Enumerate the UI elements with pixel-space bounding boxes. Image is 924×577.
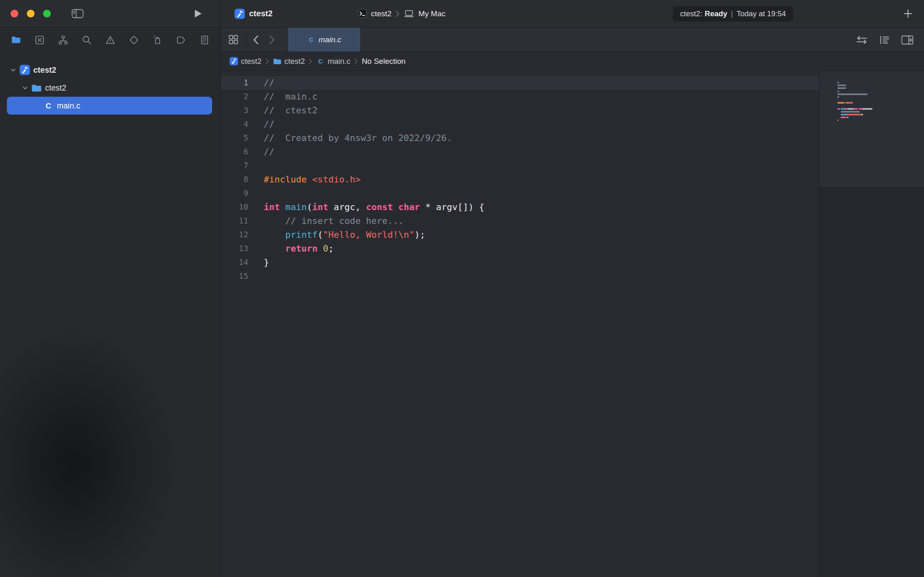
disclosure-chevron-icon[interactable] — [10, 67, 16, 73]
token-comment: // insert code here... — [285, 216, 403, 226]
go-forward-button[interactable] — [269, 35, 275, 45]
token-plain — [264, 230, 285, 240]
token-comment: // — [264, 78, 275, 88]
navtab-debug-navigator[interactable] — [150, 32, 164, 48]
line-number[interactable]: 10 — [221, 200, 258, 214]
code-line[interactable]: 8#include <stdio.h> — [221, 173, 819, 187]
line-number[interactable]: 7 — [221, 159, 258, 173]
code-line[interactable]: 11 // insert code here... — [221, 214, 819, 228]
minimap-lines — [837, 82, 872, 126]
zoom-window-button[interactable] — [43, 10, 51, 17]
minimap-segment — [837, 93, 868, 95]
code-line[interactable]: 12 printf("Hello, World!\n"); — [221, 228, 819, 242]
project-tree: ctest2ctest2Cmain.c — [0, 61, 220, 115]
library-add-button[interactable] — [903, 9, 913, 18]
code-line[interactable]: 3// ctest2 — [221, 104, 819, 117]
line-number[interactable]: 13 — [221, 242, 258, 256]
token-keyword: char — [398, 202, 420, 212]
token-function: main — [285, 202, 307, 212]
code-line[interactable]: 4// — [221, 117, 819, 131]
tree-row-main.c[interactable]: Cmain.c — [7, 97, 212, 115]
status-time: Today at 19:54 — [737, 9, 786, 18]
code-line[interactable]: 14} — [221, 256, 819, 269]
minimap-segment — [837, 96, 839, 98]
breadcrumb-item[interactable]: ctest2 — [273, 57, 305, 66]
minimap-segment — [837, 111, 841, 113]
code-line[interactable]: 13 return 0; — [221, 242, 819, 256]
line-number[interactable]: 2 — [221, 90, 258, 104]
editor-options-button[interactable] — [879, 35, 890, 45]
minimap-line — [837, 102, 872, 104]
navtab-find-navigator[interactable] — [80, 32, 93, 48]
line-number[interactable]: 14 — [221, 256, 258, 269]
line-number[interactable]: 9 — [221, 187, 258, 200]
go-back-button[interactable] — [253, 35, 259, 45]
navtab-report-navigator[interactable] — [197, 32, 211, 48]
navtab-issue-navigator[interactable] — [103, 32, 117, 48]
code-text: // insert code here... — [258, 214, 403, 228]
line-number[interactable]: 4 — [221, 117, 258, 131]
sidebar-shadow — [0, 325, 179, 577]
sidebar-editor-divider[interactable] — [220, 0, 221, 577]
line-number[interactable]: 1 — [221, 76, 258, 90]
code-review-button[interactable] — [856, 35, 868, 45]
navtab-symbol-navigator[interactable] — [56, 32, 70, 48]
token-comment: // — [264, 119, 275, 129]
line-number[interactable]: 11 — [221, 214, 258, 228]
tab-main-c[interactable]: C main.c — [288, 28, 361, 52]
navtab-source-control-navigator[interactable] — [33, 32, 46, 48]
tree-row-ctest2[interactable]: ctest2 — [7, 79, 212, 97]
toggle-navigator-icon[interactable] — [72, 9, 84, 18]
code-line[interactable]: 10int main(int argc, const char * argv[]… — [221, 200, 819, 214]
code-line[interactable]: 6// — [221, 145, 819, 159]
line-number[interactable]: 6 — [221, 145, 258, 159]
token-plain: ; — [328, 243, 334, 254]
token-plain: ( — [317, 230, 323, 240]
minimap-segment — [859, 108, 862, 110]
xcode-project-icon — [20, 65, 30, 75]
disclosure-chevron-icon[interactable] — [22, 85, 28, 91]
code-editor[interactable]: 1//2// main.c3// ctest24//5// Created by… — [221, 71, 819, 577]
navtab-project-navigator[interactable] — [9, 32, 23, 48]
scheme-destination[interactable]: My Mac — [419, 9, 446, 18]
code-lines: 1//2// main.c3// ctest24//5// Created by… — [221, 76, 819, 283]
close-window-button[interactable] — [11, 10, 18, 17]
line-number[interactable]: 5 — [221, 131, 258, 145]
line-number[interactable]: 3 — [221, 104, 258, 117]
minimap-line — [837, 87, 872, 89]
code-line[interactable]: 2// main.c — [221, 90, 819, 104]
minimap-line — [837, 114, 872, 115]
minimap[interactable] — [819, 71, 924, 577]
token-plain — [307, 174, 312, 184]
scheme-selector[interactable]: ctest2 My Mac — [358, 0, 445, 27]
minimap-segment — [854, 108, 858, 110]
token-plain: * argv[]) { — [420, 202, 484, 212]
terminal-icon — [358, 9, 367, 18]
navtab-test-navigator[interactable] — [127, 32, 141, 48]
scheme-name[interactable]: ctest2 — [371, 9, 392, 18]
breadcrumb-item[interactable]: No Selection — [362, 57, 406, 66]
code-line[interactable]: 7 — [221, 159, 819, 173]
code-line[interactable]: 5// Created by 4nsw3r on 2022/9/26. — [221, 131, 819, 145]
line-number[interactable]: 8 — [221, 173, 258, 187]
minimize-window-button[interactable] — [27, 10, 35, 17]
svg-text:C: C — [46, 102, 51, 110]
tree-item-label: ctest2 — [45, 83, 66, 93]
breadcrumb-item[interactable]: ctest2 — [230, 57, 262, 66]
code-line[interactable]: 15 — [221, 269, 819, 283]
line-number[interactable]: 12 — [221, 228, 258, 242]
code-line[interactable]: 9 — [221, 187, 819, 200]
code-text: // — [258, 76, 275, 90]
code-text: } — [258, 256, 269, 269]
token-plain: } — [264, 257, 269, 267]
breadcrumb-item[interactable]: Cmain.c — [316, 57, 350, 66]
run-button[interactable] — [194, 9, 202, 18]
related-items-button[interactable] — [228, 34, 239, 45]
code-line[interactable]: 1// — [221, 76, 819, 90]
activity-status[interactable]: ctest2: Ready | Today at 19:54 — [673, 6, 793, 22]
token-comment: // ctest2 — [264, 105, 317, 115]
line-number[interactable]: 15 — [221, 269, 258, 283]
add-editor-button[interactable] — [901, 35, 913, 45]
navtab-breakpoint-navigator[interactable] — [174, 32, 188, 48]
tree-row-ctest2[interactable]: ctest2 — [7, 61, 212, 79]
